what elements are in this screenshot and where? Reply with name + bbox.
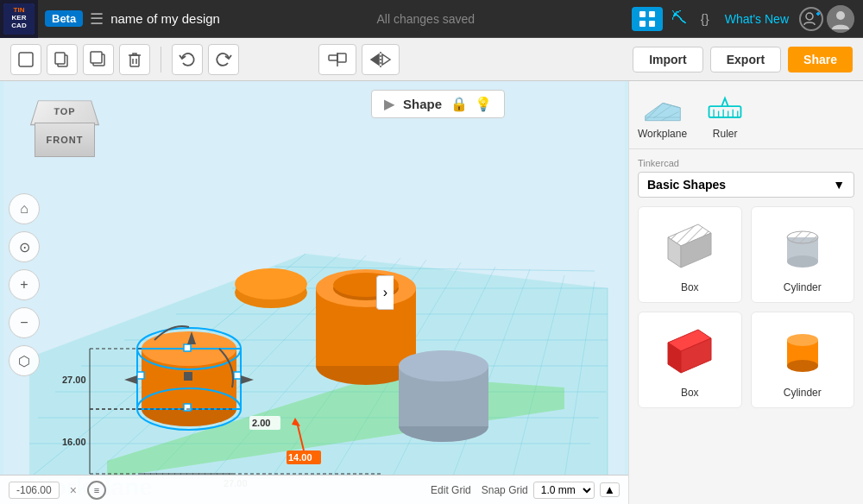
shape-item-cylinder-gray[interactable]: Cylinder bbox=[751, 206, 855, 303]
orientation-cube[interactable]: TOP FRONT bbox=[26, 98, 104, 176]
library-dropdown[interactable]: Basic Shapes ▼ bbox=[638, 172, 854, 198]
workplane-label: Workplane bbox=[638, 128, 687, 140]
svg-rect-23 bbox=[337, 54, 346, 62]
svg-rect-64 bbox=[137, 372, 144, 379]
left-tools: ⌂ ⊙ + − ⬡ bbox=[9, 193, 40, 376]
topbar: TIN KER CAD Beta ☰ name of my design All… bbox=[0, 0, 863, 38]
shape-panel-label: Shape bbox=[403, 97, 442, 111]
import-button[interactable]: Import bbox=[633, 47, 703, 72]
library-name: Basic Shapes bbox=[647, 178, 726, 192]
svg-rect-66 bbox=[184, 344, 191, 351]
cylinder-orange-preview bbox=[768, 321, 837, 381]
shape-panel-icons: 🔒 💡 bbox=[450, 96, 492, 112]
svg-text:CAD: CAD bbox=[11, 22, 27, 29]
fit-view-button[interactable]: ⊙ bbox=[9, 231, 40, 262]
edit-grid-button[interactable]: Edit Grid bbox=[431, 484, 471, 496]
shape-item-box-gray[interactable]: Box bbox=[638, 206, 742, 303]
svg-rect-4 bbox=[639, 11, 646, 17]
svg-point-52 bbox=[235, 268, 307, 299]
undo-button[interactable] bbox=[172, 44, 203, 75]
settings-icon[interactable]: ≡ bbox=[87, 481, 106, 500]
svg-text:TIN: TIN bbox=[14, 6, 25, 14]
ruler-tool[interactable]: Ruler bbox=[704, 90, 746, 140]
grid-view-button[interactable] bbox=[632, 7, 663, 31]
svg-point-119 bbox=[787, 334, 818, 346]
main: 16.00 27.00 27.00 2.00 2.00 14.00 Workp bbox=[0, 81, 863, 504]
align-button[interactable] bbox=[318, 44, 356, 75]
share-button[interactable]: Share bbox=[788, 47, 853, 72]
box-gray-preview bbox=[655, 216, 724, 276]
box-gray-label: Box bbox=[681, 281, 699, 293]
coord-value: -106.00 bbox=[16, 484, 52, 496]
snap-grid-select[interactable]: 1.0 mm 0.5 mm 2.0 mm bbox=[533, 482, 595, 499]
right-sidebar: Workplane Ruler bbox=[628, 81, 863, 504]
svg-marker-26 bbox=[382, 54, 390, 65]
shape-item-cylinder-orange[interactable]: Cylinder bbox=[751, 312, 855, 408]
workplane-tool[interactable]: Workplane bbox=[638, 90, 687, 140]
topbar-right: ⛏ {} What's New bbox=[632, 5, 863, 33]
box-red-preview bbox=[655, 321, 724, 381]
sidebar-toggle[interactable]: › bbox=[376, 275, 394, 310]
shape-item-box-red[interactable]: Box bbox=[638, 312, 742, 408]
svg-rect-17 bbox=[91, 52, 102, 63]
svg-point-113 bbox=[787, 231, 818, 243]
avatar-area bbox=[799, 5, 854, 33]
zoom-out-button[interactable]: − bbox=[9, 307, 40, 338]
avatar[interactable] bbox=[827, 5, 854, 33]
bottom-bar: -106.00 × ≡ Edit Grid Snap Grid 1.0 mm 0… bbox=[0, 475, 628, 504]
svg-text:27.00: 27.00 bbox=[62, 375, 86, 385]
code-view-button[interactable]: {} bbox=[696, 8, 715, 29]
cube-top-face: TOP bbox=[30, 101, 99, 126]
redo-button[interactable] bbox=[208, 44, 239, 75]
shape-panel-arrow[interactable]: ▶ bbox=[384, 97, 394, 112]
svg-point-112 bbox=[787, 255, 818, 268]
svg-rect-68 bbox=[184, 372, 192, 381]
svg-rect-22 bbox=[329, 55, 337, 60]
whats-new-button[interactable]: What's New bbox=[718, 9, 796, 29]
add-user-icon[interactable] bbox=[799, 7, 823, 31]
new-button[interactable] bbox=[10, 44, 41, 75]
toolbar-separator bbox=[161, 47, 161, 72]
svg-rect-67 bbox=[184, 404, 191, 411]
snap-up-button[interactable]: ▲ bbox=[600, 482, 620, 497]
svg-point-118 bbox=[787, 360, 818, 372]
close-coord-button[interactable]: × bbox=[70, 483, 77, 497]
svg-rect-65 bbox=[234, 372, 241, 379]
shapes-grid: Box bbox=[638, 206, 854, 408]
chevron-down-icon: ▼ bbox=[833, 178, 845, 192]
svg-rect-5 bbox=[649, 11, 655, 17]
svg-rect-18 bbox=[130, 55, 139, 66]
logo: TIN KER CAD bbox=[0, 0, 38, 38]
svg-point-8 bbox=[806, 13, 813, 20]
box-red-label: Box bbox=[681, 387, 699, 399]
coord-display: -106.00 bbox=[9, 482, 60, 499]
svg-text:KER: KER bbox=[12, 14, 27, 22]
lock-icon[interactable]: 🔒 bbox=[450, 96, 468, 112]
toolbar-right: Import Export Share bbox=[633, 47, 853, 72]
cube-front-face: FRONT bbox=[35, 123, 95, 157]
light-icon[interactable]: 💡 bbox=[475, 96, 492, 112]
flip-button[interactable] bbox=[362, 44, 400, 75]
delete-button[interactable] bbox=[119, 44, 150, 75]
design-icon: ☰ bbox=[90, 9, 104, 28]
svg-marker-25 bbox=[371, 54, 379, 65]
duplicate-button[interactable] bbox=[83, 44, 114, 75]
svg-text:16.00: 16.00 bbox=[62, 437, 86, 447]
sidebar-tools: Workplane Ruler bbox=[629, 81, 863, 149]
svg-text:2.00: 2.00 bbox=[252, 418, 270, 428]
svg-text:14.00: 14.00 bbox=[288, 452, 312, 463]
snap-grid: Snap Grid 1.0 mm 0.5 mm 2.0 mm ▲ bbox=[482, 482, 620, 499]
svg-rect-13 bbox=[19, 53, 33, 66]
perspective-button[interactable]: ⬡ bbox=[9, 345, 40, 376]
cylinder-gray-preview bbox=[768, 216, 837, 276]
zoom-in-button[interactable]: + bbox=[9, 269, 40, 300]
canvas-area[interactable]: 16.00 27.00 27.00 2.00 2.00 14.00 Workp bbox=[0, 81, 628, 504]
shape-panel: ▶ Shape 🔒 💡 bbox=[371, 90, 505, 118]
workplane-icon bbox=[642, 90, 683, 124]
export-button[interactable]: Export bbox=[710, 47, 781, 72]
logo-text: TIN KER CAD bbox=[3, 3, 35, 35]
home-view-button[interactable]: ⌂ bbox=[9, 193, 40, 224]
copy-button[interactable] bbox=[47, 44, 78, 75]
design-name[interactable]: name of my design bbox=[110, 11, 220, 26]
hammer-view-button[interactable]: ⛏ bbox=[666, 6, 692, 31]
